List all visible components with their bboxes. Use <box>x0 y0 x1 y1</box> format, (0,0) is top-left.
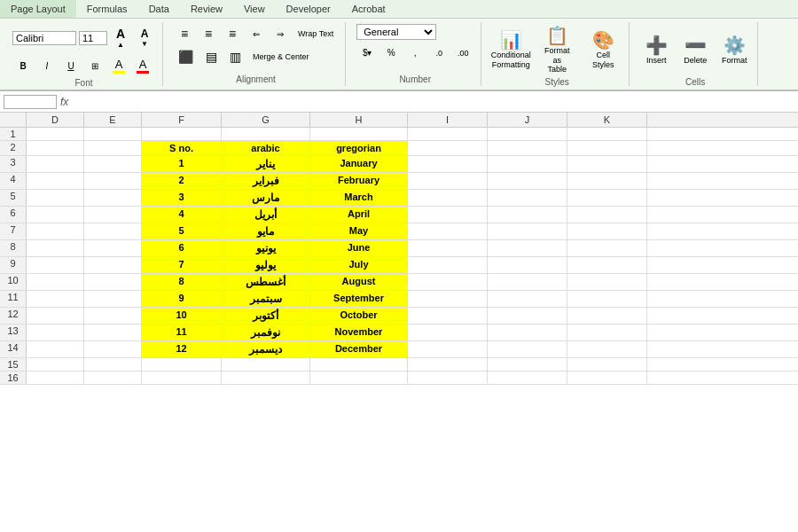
cell-g4-arabic[interactable]: فبراير <box>222 173 310 189</box>
cell-g6-arabic[interactable]: أبريل <box>222 207 310 223</box>
cell-f9-sno[interactable]: 7 <box>142 257 222 273</box>
cell-k14[interactable] <box>567 341 647 357</box>
cell-h4-gregorian[interactable]: February <box>310 173 408 189</box>
cell-e14[interactable] <box>84 341 142 357</box>
cell-d2[interactable] <box>27 141 84 155</box>
col-header-k[interactable]: K <box>567 113 647 127</box>
cell-d10[interactable] <box>27 274 84 290</box>
delete-button[interactable]: ➖ Delete <box>677 24 713 75</box>
cell-k1[interactable] <box>567 128 647 140</box>
cell-e3[interactable] <box>84 156 142 172</box>
cell-d5[interactable] <box>27 190 84 206</box>
cell-d12[interactable] <box>27 308 84 324</box>
cell-h1[interactable] <box>310 128 408 140</box>
cell-f7-sno[interactable]: 5 <box>142 223 222 239</box>
cell-d11[interactable] <box>27 291 84 307</box>
cell-i8[interactable] <box>408 240 488 256</box>
cell-k11[interactable] <box>567 291 647 307</box>
cell-f4-sno[interactable]: 2 <box>142 173 222 189</box>
cell-g5-arabic[interactable]: مارس <box>222 190 310 206</box>
format-as-table-button[interactable]: 📋 Format as Table <box>536 24 577 75</box>
cell-g3-arabic[interactable]: يناير <box>222 156 310 172</box>
cell-i3[interactable] <box>408 156 488 172</box>
cell-f11-sno[interactable]: 9 <box>142 291 222 307</box>
cell-k5[interactable] <box>567 190 647 206</box>
cell-h7-gregorian[interactable]: May <box>310 223 408 239</box>
cell-d7[interactable] <box>27 223 84 239</box>
cell-d13[interactable] <box>27 325 84 340</box>
cell-i9[interactable] <box>408 257 488 273</box>
cell-g1[interactable] <box>222 128 310 140</box>
cell-i5[interactable] <box>408 190 488 206</box>
cell-j9[interactable] <box>488 257 567 273</box>
underline-button[interactable]: U <box>60 59 82 74</box>
formula-input[interactable] <box>72 97 794 107</box>
cell-d4[interactable] <box>27 173 84 189</box>
font-name-input[interactable] <box>12 31 76 45</box>
cell-g11-arabic[interactable]: سبتمبر <box>222 291 310 307</box>
cell-d6[interactable] <box>27 207 84 223</box>
insert-button[interactable]: ➕ Insert <box>638 24 674 75</box>
cell-g8-arabic[interactable]: يونيو <box>222 240 310 256</box>
cell-j12[interactable] <box>488 308 567 324</box>
align-top-center-button[interactable]: ≡ <box>198 24 219 43</box>
cell-j8[interactable] <box>488 240 567 256</box>
cell-f14-sno[interactable]: 12 <box>142 341 222 357</box>
tab-view[interactable]: View <box>233 0 276 18</box>
cell-h8-gregorian[interactable]: June <box>310 240 408 256</box>
tab-page-layout[interactable]: Page Layout <box>0 0 76 18</box>
percent-button[interactable]: % <box>380 45 402 60</box>
cell-k10[interactable] <box>567 274 647 290</box>
col-header-f[interactable]: F <box>142 113 222 127</box>
cell-k9[interactable] <box>567 257 647 273</box>
cell-h12-gregorian[interactable]: October <box>310 308 408 324</box>
cell-h13-gregorian[interactable]: November <box>310 325 408 340</box>
border-button[interactable]: ⊞ <box>84 59 106 74</box>
cell-h6-gregorian[interactable]: April <box>310 207 408 223</box>
cell-j2[interactable] <box>488 141 567 155</box>
cell-f5-sno[interactable]: 3 <box>142 190 222 206</box>
tab-review[interactable]: Review <box>180 0 233 18</box>
cell-j6[interactable] <box>488 207 567 223</box>
number-format-select[interactable]: General <box>356 24 436 40</box>
bold-button[interactable]: B <box>12 59 34 74</box>
name-box-input[interactable] <box>4 95 57 109</box>
cell-g9-arabic[interactable]: يوليو <box>222 257 310 273</box>
cell-g14-arabic[interactable]: ديسمبر <box>222 341 310 357</box>
format-button[interactable]: ⚙️ Format <box>716 24 752 75</box>
cell-i6[interactable] <box>408 207 488 223</box>
indent-increase-button[interactable]: ⇒ <box>270 27 291 42</box>
cell-k7[interactable] <box>567 223 647 239</box>
cell-g12-arabic[interactable]: أكتوبر <box>222 308 310 324</box>
cell-i12[interactable] <box>408 308 488 324</box>
cell-g2-header[interactable]: arabic <box>222 141 310 155</box>
cell-g13-arabic[interactable]: نوفمبر <box>222 325 310 340</box>
cell-k12[interactable] <box>567 308 647 324</box>
cell-k8[interactable] <box>567 240 647 256</box>
cell-e8[interactable] <box>84 240 142 256</box>
cell-j11[interactable] <box>488 291 567 307</box>
cell-e2[interactable] <box>84 141 142 155</box>
cell-j4[interactable] <box>488 173 567 189</box>
cell-f10-sno[interactable]: 8 <box>142 274 222 290</box>
conditional-formatting-button[interactable]: 📊 Conditional Formatting <box>490 24 531 75</box>
cell-j13[interactable] <box>488 325 567 340</box>
cell-e6[interactable] <box>84 207 142 223</box>
merge-center-button[interactable]: Merge & Center <box>248 50 314 64</box>
col-header-h[interactable]: H <box>310 113 408 127</box>
cell-d8[interactable] <box>27 240 84 256</box>
cell-h10-gregorian[interactable]: August <box>310 274 408 290</box>
cell-i2[interactable] <box>408 141 488 155</box>
cell-f12-sno[interactable]: 10 <box>142 308 222 324</box>
tab-developer[interactable]: Developer <box>276 0 341 18</box>
cell-e5[interactable] <box>84 190 142 206</box>
cell-j7[interactable] <box>488 223 567 239</box>
cell-k13[interactable] <box>567 325 647 340</box>
cell-h2-header[interactable]: gregorian <box>310 141 408 155</box>
cell-e12[interactable] <box>84 308 142 324</box>
cell-h5-gregorian[interactable]: March <box>310 190 408 206</box>
comma-button[interactable]: , <box>404 45 426 60</box>
cell-i7[interactable] <box>408 223 488 239</box>
tab-data[interactable]: Data <box>138 0 180 18</box>
cell-e1[interactable] <box>84 128 142 140</box>
